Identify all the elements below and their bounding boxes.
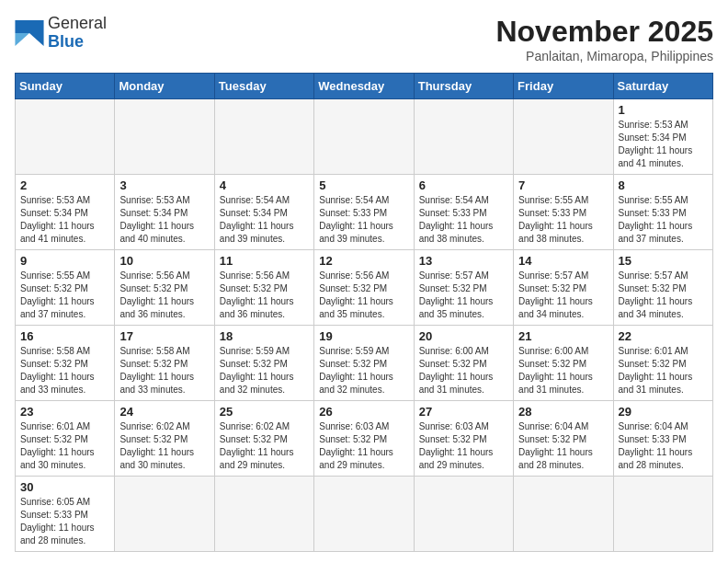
day-info: Sunrise: 5:58 AM Sunset: 5:32 PM Dayligh… [119,345,209,396]
calendar-cell: 19Sunrise: 5:59 AM Sunset: 5:32 PM Dayli… [314,326,414,401]
calendar-cell [115,99,214,175]
calendar-cell [214,99,313,175]
calendar-cell: 14Sunrise: 5:57 AM Sunset: 5:32 PM Dayli… [514,250,613,326]
calendar-cell: 12Sunrise: 5:56 AM Sunset: 5:32 PM Dayli… [314,250,414,326]
calendar-cell: 30Sunrise: 6:05 AM Sunset: 5:33 PM Dayli… [16,477,115,552]
page-header: General Blue November 2025 Panlaitan, Mi… [15,15,713,63]
day-info: Sunrise: 5:53 AM Sunset: 5:34 PM Dayligh… [619,119,708,170]
day-info: Sunrise: 5:59 AM Sunset: 5:32 PM Dayligh… [319,345,408,396]
calendar-cell: 26Sunrise: 6:03 AM Sunset: 5:32 PM Dayli… [314,401,414,477]
weekday-header: Thursday [414,74,513,99]
weekday-header: Monday [115,74,214,99]
logo-text: General Blue [48,15,107,52]
logo: General Blue [15,15,107,52]
calendar-cell: 5Sunrise: 5:54 AM Sunset: 5:33 PM Daylig… [314,175,414,250]
day-info: Sunrise: 5:57 AM Sunset: 5:32 PM Dayligh… [518,270,608,321]
calendar-cell [414,477,513,552]
calendar-cell: 1Sunrise: 5:53 AM Sunset: 5:34 PM Daylig… [613,99,712,175]
day-number: 15 [619,254,708,268]
calendar-cell: 18Sunrise: 5:59 AM Sunset: 5:32 PM Dayli… [214,326,313,401]
calendar-cell: 24Sunrise: 6:02 AM Sunset: 5:32 PM Dayli… [115,401,214,477]
calendar-row: 2Sunrise: 5:53 AM Sunset: 5:34 PM Daylig… [16,175,713,250]
day-number: 22 [619,329,708,343]
day-number: 18 [220,329,309,343]
calendar-cell: 11Sunrise: 5:56 AM Sunset: 5:32 PM Dayli… [214,250,313,326]
calendar-cell: 17Sunrise: 5:58 AM Sunset: 5:32 PM Dayli… [115,326,214,401]
day-info: Sunrise: 6:02 AM Sunset: 5:32 PM Dayligh… [119,420,209,472]
day-number: 12 [319,254,408,268]
day-number: 20 [419,329,508,343]
day-info: Sunrise: 6:05 AM Sunset: 5:33 PM Dayligh… [20,496,109,547]
calendar-cell: 6Sunrise: 5:54 AM Sunset: 5:33 PM Daylig… [414,175,513,250]
day-number: 27 [419,405,508,419]
day-info: Sunrise: 6:00 AM Sunset: 5:32 PM Dayligh… [518,345,608,396]
svg-marker-2 [15,33,29,46]
calendar-row: 9Sunrise: 5:55 AM Sunset: 5:32 PM Daylig… [16,250,713,326]
calendar-cell: 13Sunrise: 5:57 AM Sunset: 5:32 PM Dayli… [414,250,513,326]
day-info: Sunrise: 5:54 AM Sunset: 5:33 PM Dayligh… [419,194,508,246]
calendar-cell [214,477,313,552]
calendar-cell: 15Sunrise: 5:57 AM Sunset: 5:32 PM Dayli… [613,250,712,326]
calendar-cell: 25Sunrise: 6:02 AM Sunset: 5:32 PM Dayli… [214,401,313,477]
day-info: Sunrise: 6:01 AM Sunset: 5:32 PM Dayligh… [619,345,708,396]
day-number: 2 [20,178,109,192]
day-number: 14 [518,254,608,268]
day-number: 3 [119,178,209,192]
calendar-cell [514,99,613,175]
calendar-table: SundayMondayTuesdayWednesdayThursdayFrid… [15,73,713,552]
calendar-row: 16Sunrise: 5:58 AM Sunset: 5:32 PM Dayli… [16,326,713,401]
day-info: Sunrise: 6:04 AM Sunset: 5:32 PM Dayligh… [518,420,608,472]
calendar-cell: 29Sunrise: 6:04 AM Sunset: 5:33 PM Dayli… [613,401,712,477]
calendar-cell: 4Sunrise: 5:54 AM Sunset: 5:34 PM Daylig… [214,175,313,250]
calendar-cell [115,477,214,552]
day-info: Sunrise: 6:04 AM Sunset: 5:33 PM Dayligh… [619,420,708,472]
calendar-cell: 3Sunrise: 5:53 AM Sunset: 5:34 PM Daylig… [115,175,214,250]
day-info: Sunrise: 5:53 AM Sunset: 5:34 PM Dayligh… [119,194,209,246]
day-number: 30 [20,480,109,494]
weekday-header: Friday [514,74,613,99]
day-number: 1 [619,103,708,117]
day-number: 16 [20,329,109,343]
day-number: 8 [619,178,708,192]
day-number: 5 [319,178,408,192]
calendar-cell: 2Sunrise: 5:53 AM Sunset: 5:34 PM Daylig… [16,175,115,250]
day-info: Sunrise: 5:54 AM Sunset: 5:33 PM Dayligh… [319,194,408,246]
day-number: 13 [419,254,508,268]
calendar-cell: 9Sunrise: 5:55 AM Sunset: 5:32 PM Daylig… [16,250,115,326]
day-info: Sunrise: 6:01 AM Sunset: 5:32 PM Dayligh… [20,420,109,472]
weekday-header: Saturday [613,74,712,99]
day-number: 6 [419,178,508,192]
day-info: Sunrise: 5:54 AM Sunset: 5:34 PM Dayligh… [220,194,309,246]
day-number: 25 [220,405,309,419]
calendar-row: 23Sunrise: 6:01 AM Sunset: 5:32 PM Dayli… [16,401,713,477]
weekday-header: Sunday [16,74,115,99]
weekday-header: Tuesday [214,74,313,99]
day-info: Sunrise: 5:58 AM Sunset: 5:32 PM Dayligh… [20,345,109,396]
svg-marker-1 [29,33,44,46]
day-number: 11 [220,254,309,268]
day-info: Sunrise: 5:56 AM Sunset: 5:32 PM Dayligh… [220,270,309,321]
calendar-cell: 16Sunrise: 5:58 AM Sunset: 5:32 PM Dayli… [16,326,115,401]
day-number: 19 [319,329,408,343]
day-number: 26 [319,405,408,419]
day-number: 4 [220,178,309,192]
day-number: 24 [119,405,209,419]
day-number: 9 [20,254,109,268]
day-number: 10 [119,254,209,268]
day-number: 28 [518,405,608,419]
month-title: November 2025 [495,15,713,49]
day-number: 29 [619,405,708,419]
title-block: November 2025 Panlaitan, Mimaropa, Phili… [495,15,713,63]
calendar-cell: 22Sunrise: 6:01 AM Sunset: 5:32 PM Dayli… [613,326,712,401]
day-info: Sunrise: 6:02 AM Sunset: 5:32 PM Dayligh… [220,420,309,472]
day-number: 7 [518,178,608,192]
day-info: Sunrise: 5:56 AM Sunset: 5:32 PM Dayligh… [119,270,209,321]
calendar-cell: 7Sunrise: 5:55 AM Sunset: 5:33 PM Daylig… [514,175,613,250]
calendar-cell [16,99,115,175]
weekday-header: Wednesday [314,74,414,99]
calendar-cell [314,477,414,552]
day-info: Sunrise: 6:03 AM Sunset: 5:32 PM Dayligh… [419,420,508,472]
day-info: Sunrise: 5:53 AM Sunset: 5:34 PM Dayligh… [20,194,109,246]
calendar-row: 30Sunrise: 6:05 AM Sunset: 5:33 PM Dayli… [16,477,713,552]
day-number: 17 [119,329,209,343]
